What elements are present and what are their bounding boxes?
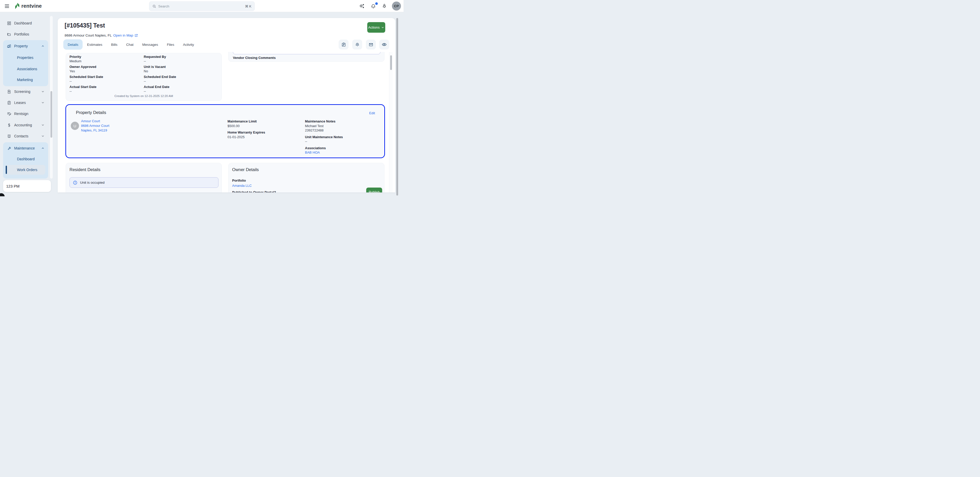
- field-value: --: [144, 59, 218, 63]
- tab-label: Messages: [142, 43, 158, 46]
- sidebar-group-maintenance: Maintenance Dashboard Work Orders: [3, 142, 48, 178]
- field-label: Maintenance Notes: [305, 119, 343, 124]
- property-details-col3: Maintenance Notes Michael Test 239272248…: [305, 119, 343, 155]
- field-scheduled-start: Scheduled Start Date --: [70, 75, 144, 83]
- eye-icon: [382, 42, 387, 47]
- chevron-up-icon: [41, 45, 45, 48]
- dashboard-grid-icon: [7, 21, 11, 25]
- sidebar-item-label: Screening: [14, 89, 30, 94]
- tab-messages[interactable]: Messages: [138, 39, 163, 50]
- edit-link[interactable]: Edit: [369, 111, 375, 115]
- vendor-comments-input[interactable]: [233, 52, 380, 54]
- actions-button[interactable]: Actions: [367, 22, 385, 33]
- field-priority: Priority Medium: [70, 55, 144, 63]
- wrench-icon: [7, 146, 11, 151]
- publish-button[interactable]: Publish: [366, 188, 382, 192]
- field-actual-end: Actual End Date --: [144, 85, 218, 93]
- tab-bills[interactable]: Bills: [107, 39, 122, 50]
- sidebar-item-accounting[interactable]: Accounting: [3, 121, 48, 129]
- unit-name-link[interactable]: Amour Court: [81, 119, 110, 124]
- clipboard-pencil-icon: [341, 42, 346, 47]
- ai-sparkles-icon[interactable]: [359, 2, 367, 10]
- tab-files[interactable]: Files: [162, 39, 178, 50]
- field-requested-by: Requested By --: [144, 55, 218, 63]
- content-scrollbar-track[interactable]: [389, 52, 393, 192]
- work-order-overview-card: Priority Medium Requested By -- Owner Ap…: [65, 53, 222, 101]
- field-value: --: [144, 79, 218, 83]
- content-scrollbar-thumb[interactable]: [390, 55, 392, 70]
- sidebar-item-label: Contacts: [14, 134, 28, 138]
- sidebar-scrollbar-thumb[interactable]: [51, 91, 52, 138]
- sidebar-item-maintenance-dashboard[interactable]: Dashboard: [3, 155, 48, 163]
- window-scrollbar-thumb[interactable]: [396, 18, 398, 196]
- association-link[interactable]: BAB HOA: [305, 151, 320, 154]
- notification-dot: [375, 2, 378, 5]
- add-note-button[interactable]: [339, 40, 348, 49]
- field-label: Home Warranty Expires: [228, 130, 265, 135]
- sidebar-item-marketing[interactable]: Marketing: [3, 75, 48, 84]
- watch-button[interactable]: [379, 40, 389, 49]
- avatar-initials: CP: [394, 4, 399, 8]
- tab-chat[interactable]: Chat: [122, 39, 138, 50]
- sidebar-item-maintenance[interactable]: Maintenance: [3, 144, 48, 153]
- field-value: No: [144, 69, 218, 73]
- portfolio-link[interactable]: Amanda LLC: [232, 184, 252, 188]
- sidebar-item-leases[interactable]: Leases: [3, 98, 48, 107]
- alert-text: Unit is occupied: [80, 181, 105, 184]
- field-value: Medium: [70, 59, 144, 63]
- user-avatar[interactable]: CP: [392, 2, 401, 11]
- field-unit-is-vacant: Unit is Vacant No: [144, 65, 218, 73]
- field-label: Actual End Date: [144, 85, 218, 89]
- sidebar-item-screening[interactable]: Screening: [3, 87, 48, 96]
- unit-street-link[interactable]: 8686 Armour Court: [81, 124, 110, 128]
- field-label: Scheduled Start Date: [70, 75, 144, 79]
- actions-label: Actions: [368, 25, 380, 29]
- sidebar-group-property: Property Properties Associations Marketi…: [3, 40, 48, 86]
- chevron-down-icon: [41, 124, 45, 127]
- unit-occupied-alert: Unit is occupied: [70, 177, 218, 188]
- global-search[interactable]: ⌘ K: [149, 1, 255, 11]
- rocket-icon[interactable]: [382, 2, 390, 10]
- sidebar-scrollbar-track[interactable]: [50, 16, 53, 178]
- vendor-comments-card: Vendor Closing Comments: [228, 52, 385, 62]
- notifications-bell-icon[interactable]: [371, 2, 378, 10]
- property-address: 8686 Armour Court Naples, FL: [65, 33, 112, 37]
- tab-details[interactable]: Details: [63, 39, 83, 50]
- vendor-comments-label: Vendor Closing Comments: [233, 56, 275, 60]
- sidebar-item-label: Dashboard: [17, 157, 35, 161]
- field-value: --: [305, 139, 343, 144]
- unit-city-link[interactable]: Naples, FL 34119: [81, 128, 110, 133]
- section-title: Resident Details: [70, 167, 100, 172]
- sidebar: Dashboard Portfolios Property Properties…: [0, 12, 54, 196]
- sidebar-item-portfolios[interactable]: Portfolios: [3, 30, 48, 38]
- field-value: $500.00: [228, 124, 265, 129]
- send-email-button[interactable]: [366, 40, 376, 49]
- sidebar-item-label: Associations: [17, 67, 37, 71]
- rentvine-logo[interactable]: rentvine: [14, 2, 42, 10]
- open-in-map-link[interactable]: Open in Map: [113, 33, 138, 37]
- sidebar-item-properties[interactable]: Properties: [3, 53, 48, 62]
- sidebar-item-property[interactable]: Property: [3, 42, 48, 51]
- search-input[interactable]: [158, 4, 243, 8]
- tab-estimates[interactable]: Estimates: [83, 39, 107, 50]
- field-value: 01-01-2025: [228, 135, 265, 140]
- field-label: Maintenance Limit: [228, 119, 265, 124]
- field-value: --: [144, 89, 218, 93]
- sidebar-item-contacts[interactable]: Contacts: [3, 132, 48, 140]
- menu-icon[interactable]: [4, 3, 11, 9]
- tab-activity[interactable]: Activity: [178, 39, 199, 50]
- field-label: Published to Owner Portal?: [232, 190, 276, 192]
- sidebar-item-dashboard[interactable]: Dashboard: [3, 19, 48, 27]
- contacts-book-icon: [7, 134, 11, 138]
- resident-details-card: Resident Details Unit is occupied: [65, 163, 222, 192]
- sidebar-item-associations[interactable]: Associations: [3, 65, 48, 73]
- field-value: Michael Test: [305, 124, 343, 129]
- unit-avatar-letter: U: [73, 124, 76, 128]
- field-label: Owner Approved: [70, 65, 144, 69]
- sidebar-item-work-orders[interactable]: Work Orders: [6, 165, 45, 175]
- chevron-down-icon: [41, 101, 45, 105]
- sidebar-item-rentsign[interactable]: Rentsign: [3, 109, 48, 118]
- add-reminder-button[interactable]: [352, 40, 362, 49]
- field-actual-start: Actual Start Date --: [70, 85, 144, 93]
- chevron-down-icon: [41, 90, 45, 94]
